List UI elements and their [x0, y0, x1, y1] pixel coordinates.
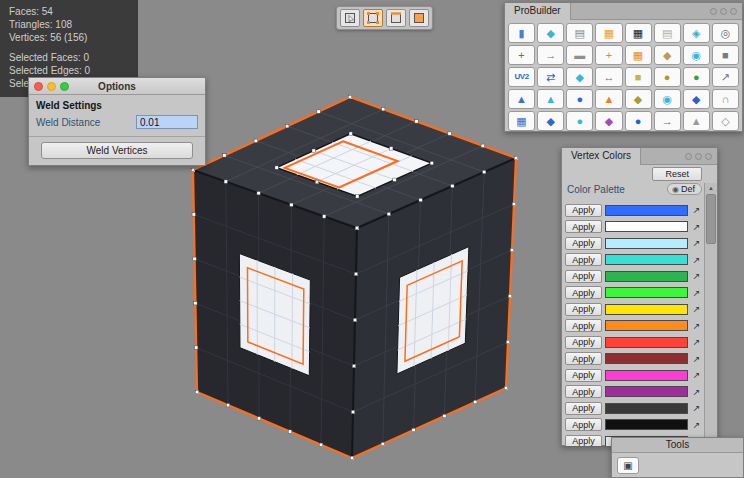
color-picker-icon[interactable]: ↗	[691, 403, 702, 413]
vertex-dot[interactable]	[419, 198, 422, 201]
weld-distance-input[interactable]	[136, 115, 198, 129]
vertex-dot[interactable]	[275, 166, 278, 169]
vertex-dot[interactable]	[254, 139, 257, 142]
vertex-dot[interactable]	[193, 257, 196, 260]
vertex-dot[interactable]	[474, 400, 477, 403]
vertex-dot[interactable]	[514, 156, 517, 159]
vertex-dot[interactable]	[286, 125, 289, 128]
probuilder-tool-button-20[interactable]: ↔	[595, 67, 622, 87]
color-picker-icon[interactable]: ↗	[691, 337, 702, 347]
probuilder-tool-button-16[interactable]: ■	[712, 45, 739, 65]
color-picker-icon[interactable]: ↗	[691, 354, 702, 364]
object-mode-button[interactable]	[340, 9, 360, 27]
palette-object-field[interactable]: ◉Def	[667, 183, 702, 195]
window-dot-icon[interactable]	[720, 8, 727, 15]
vertex-dot[interactable]	[483, 170, 486, 173]
probuilder-tool-button-10[interactable]: →	[537, 45, 564, 65]
color-swatch[interactable]	[605, 386, 688, 397]
probuilder-tool-button-8[interactable]: ◎	[712, 23, 739, 43]
vertex-dot[interactable]	[451, 184, 454, 187]
scrollbar-thumb[interactable]	[706, 194, 716, 244]
probuilder-tool-button-30[interactable]: ◉	[654, 89, 681, 109]
vertex-dot[interactable]	[223, 154, 226, 157]
probuilder-tool-button-9[interactable]: +	[508, 45, 535, 65]
apply-color-button[interactable]: Apply	[565, 435, 602, 446]
color-picker-icon[interactable]: ↗	[691, 222, 702, 232]
vertex-dot[interactable]	[506, 340, 509, 343]
vertex-dot[interactable]	[317, 110, 320, 113]
color-swatch[interactable]	[605, 320, 688, 331]
probuilder-tool-button-15[interactable]: ◉	[683, 45, 710, 65]
color-swatch[interactable]	[605, 205, 688, 216]
scroll-up-icon[interactable]: ▲	[705, 183, 717, 193]
vertex-dot[interactable]	[355, 226, 358, 229]
vertex-dot[interactable]	[354, 272, 357, 275]
probuilder-tool-button-29[interactable]: ◆	[625, 89, 652, 109]
color-picker-icon[interactable]: ↗	[691, 387, 702, 397]
apply-color-button[interactable]: Apply	[565, 319, 602, 332]
color-swatch[interactable]	[605, 353, 688, 364]
vertex-dot[interactable]	[226, 404, 229, 407]
probuilder-tool-button-14[interactable]: ◆	[654, 45, 681, 65]
color-picker-icon[interactable]: ↗	[691, 205, 702, 215]
apply-color-button[interactable]: Apply	[565, 418, 602, 431]
vertex-dot[interactable]	[512, 202, 515, 205]
vertex-dot[interactable]	[257, 417, 260, 420]
window-dot-icon[interactable]	[710, 8, 717, 15]
vertex-dot[interactable]	[387, 212, 390, 215]
apply-color-button[interactable]: Apply	[565, 352, 602, 365]
probuilder-tool-button-5[interactable]: ▦	[625, 23, 652, 43]
vertex-dot[interactable]	[390, 147, 393, 150]
apply-color-button[interactable]: Apply	[565, 385, 602, 398]
vertex-dot[interactable]	[481, 144, 484, 147]
probuilder-tool-button-36[interactable]: ◆	[595, 111, 622, 131]
color-swatch[interactable]	[605, 287, 688, 298]
probuilder-tool-button-23[interactable]: ●	[683, 67, 710, 87]
probuilder-tool-button-21[interactable]: ■	[625, 67, 652, 87]
color-swatch[interactable]	[605, 419, 688, 430]
apply-color-button[interactable]: Apply	[565, 402, 602, 415]
vertex-dot[interactable]	[349, 132, 352, 135]
vertex-dot[interactable]	[323, 215, 326, 218]
vertex-dot[interactable]	[382, 108, 385, 111]
apply-color-button[interactable]: Apply	[565, 286, 602, 299]
apply-color-button[interactable]: Apply	[565, 237, 602, 250]
window-dot-icon[interactable]	[730, 8, 737, 15]
vertex-dot[interactable]	[290, 203, 293, 206]
probuilder-panel-title[interactable]: ProBuilder	[505, 3, 571, 20]
probuilder-tool-button-27[interactable]: ●	[566, 89, 593, 109]
vertex-dot[interactable]	[191, 168, 194, 171]
color-picker-icon[interactable]: ↗	[691, 271, 702, 281]
color-swatch[interactable]	[605, 238, 688, 249]
vertex-mode-button[interactable]	[363, 9, 383, 27]
vertex-dot[interactable]	[508, 294, 511, 297]
probuilder-tool-button-2[interactable]: ◆	[537, 23, 564, 43]
vertex-dot[interactable]	[393, 178, 396, 181]
apply-color-button[interactable]: Apply	[565, 220, 602, 233]
probuilder-tool-button-35[interactable]: ●	[566, 111, 593, 131]
color-picker-icon[interactable]: ↗	[691, 304, 702, 314]
color-swatch[interactable]	[605, 337, 688, 348]
close-icon[interactable]	[34, 82, 43, 91]
probuilder-tool-button-31[interactable]: ◆	[683, 89, 710, 109]
vertex-dot[interactable]	[195, 390, 198, 393]
vertex-dot[interactable]	[348, 95, 351, 98]
weld-vertices-button[interactable]: Weld Vertices	[41, 142, 193, 159]
vertex-dot[interactable]	[443, 414, 446, 417]
vertex-dot[interactable]	[288, 430, 291, 433]
apply-color-button[interactable]: Apply	[565, 369, 602, 382]
edge-mode-button[interactable]	[386, 9, 406, 27]
window-controls[interactable]	[685, 153, 712, 160]
probuilder-tool-button-28[interactable]: ▲	[595, 89, 622, 109]
probuilder-tool-button-7[interactable]: ◈	[683, 23, 710, 43]
probuilder-tool-button-3[interactable]: ▤	[566, 23, 593, 43]
vertex-dot[interactable]	[351, 410, 354, 413]
vertex-dot[interactable]	[448, 132, 451, 135]
probuilder-tool-button-32[interactable]: ∩	[712, 89, 739, 109]
color-picker-icon[interactable]: ↗	[691, 238, 702, 248]
color-picker-icon[interactable]: ↗	[691, 420, 702, 430]
probuilder-tool-button-25[interactable]: ▲	[508, 89, 535, 109]
maximize-icon[interactable]	[60, 82, 69, 91]
probuilder-tool-button-6[interactable]: ▤	[654, 23, 681, 43]
probuilder-tool-button-38[interactable]: →	[654, 111, 681, 131]
